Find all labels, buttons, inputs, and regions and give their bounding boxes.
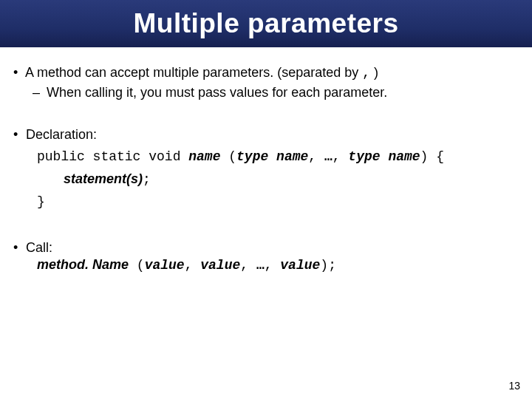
bullet-call: • Call:	[13, 240, 519, 256]
slide-title: Multiple parameters	[133, 8, 398, 39]
call-value: value	[280, 258, 320, 273]
bullet-text: Declaration:	[26, 127, 97, 142]
call-method-name: method. Name	[37, 257, 129, 272]
decl-param-name: name	[276, 149, 308, 164]
ellipsis-icon: …	[324, 149, 332, 164]
bullet-accept-multiple: • A method can accept multiple parameter…	[13, 65, 519, 81]
bullet-text-end: )	[374, 65, 378, 80]
bullet-sub-pass-values: – When calling it, you must pass values …	[33, 85, 519, 100]
decl-open-brace: {	[428, 149, 444, 164]
title-bar: Multiple parameters	[0, 0, 532, 47]
stmt-semicolon: ;	[143, 172, 151, 187]
call-comma: ,	[185, 258, 201, 273]
call-comma: ,	[240, 258, 256, 273]
declaration-close-brace: }	[37, 194, 519, 209]
decl-type: type	[236, 149, 268, 164]
decl-method-name: name	[188, 149, 220, 164]
call-close-paren: )	[320, 258, 328, 273]
call-value: value	[145, 258, 185, 273]
bullet-text: A method can accept multiple parameters.…	[25, 65, 358, 80]
bullet-dot-icon: •	[13, 127, 22, 143]
decl-comma: ,	[332, 149, 349, 164]
decl-open-paren: (	[220, 149, 236, 164]
call-open-paren: (	[129, 258, 145, 273]
decl-comma: ,	[308, 149, 324, 164]
call-value: value	[200, 258, 240, 273]
stmt-text: statement(s)	[64, 171, 143, 186]
bullet-declaration: • Declaration:	[13, 127, 519, 143]
slide-body: • A method can accept multiple parameter…	[0, 47, 532, 273]
decl-param-name: name	[388, 149, 420, 164]
bullet-sub-text: When calling it, you must pass values fo…	[47, 85, 387, 100]
ellipsis-icon: …	[256, 258, 265, 273]
bullet-dot-icon: •	[13, 65, 22, 81]
dash-icon: –	[33, 85, 43, 100]
decl-close-paren: )	[420, 149, 429, 164]
comma-literal: ,	[362, 66, 370, 81]
decl-prefix: public static void	[37, 149, 188, 164]
bullet-text: Call:	[26, 240, 52, 255]
call-comma: ,	[265, 258, 281, 273]
call-semicolon: ;	[328, 258, 336, 273]
decl-type: type	[348, 149, 380, 164]
declaration-statement: statement(s);	[64, 171, 519, 187]
call-code: method. Name (value, value, …, value);	[37, 257, 519, 273]
page-number: 13	[508, 380, 520, 392]
declaration-code: public static void name (type name, …, t…	[37, 149, 519, 164]
bullet-dot-icon: •	[13, 240, 22, 256]
